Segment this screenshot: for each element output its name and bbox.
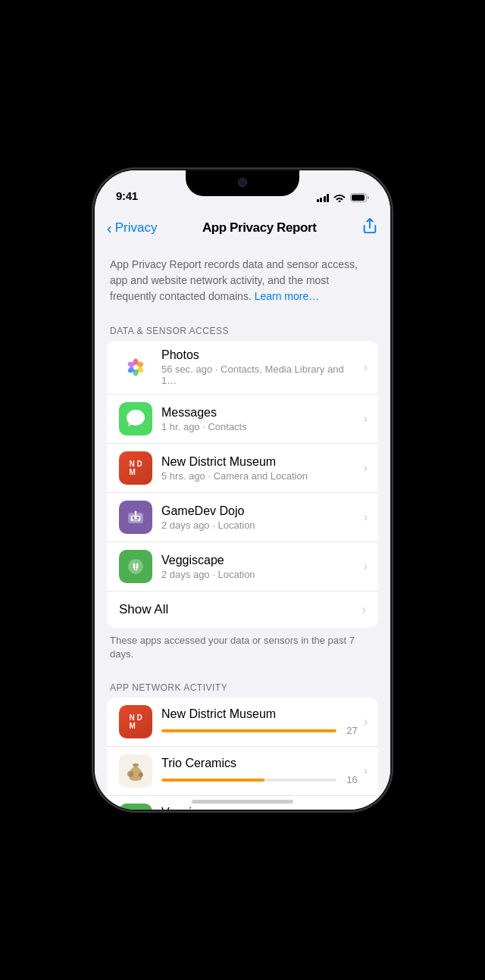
list-item[interactable]: Messages 1 hr. ago · Contacts ›	[107, 395, 378, 444]
svg-point-10	[133, 365, 139, 370]
chevron-right-icon: ›	[364, 461, 368, 475]
battery-icon	[350, 193, 369, 202]
wifi-icon	[333, 193, 346, 202]
messages-item-content: Messages 1 hr. ago · Contacts	[161, 406, 358, 432]
trio-network-content: Trio Ceramics 16	[161, 757, 358, 785]
trio-app-icon	[119, 754, 152, 788]
svg-point-23	[127, 771, 133, 777]
veggiscape-network-title: Veggiscape	[161, 806, 358, 810]
ndm-network-icon: N DM	[119, 705, 152, 738]
data-sensor-footer: These apps accessed your data or sensors…	[95, 628, 390, 676]
svg-point-18	[135, 511, 137, 513]
photos-item-title: Photos	[161, 348, 358, 362]
main-screen: ‹ Privacy App Privacy Report App Privacy…	[95, 208, 390, 810]
chevron-right-icon: ›	[364, 764, 368, 778]
ndm-bar-fill	[161, 729, 336, 732]
data-sensor-card: Photos 56 sec. ago · Contacts, Media Lib…	[107, 341, 378, 628]
svg-point-15	[137, 517, 139, 519]
veggiscape-network-icon	[119, 804, 152, 810]
chevron-right-icon: ›	[364, 560, 368, 573]
network-activity-header: APP NETWORK ACTIVITY	[95, 676, 390, 698]
network-activity-card: N DM New District Museum 27 ›	[107, 698, 378, 810]
veggiscape-item-content: Veggiscape 2 days ago · Location	[161, 554, 358, 580]
chevron-right-icon: ›	[364, 412, 368, 426]
messages-app-icon	[119, 402, 152, 435]
ndm-icon-text: N DM	[129, 713, 142, 730]
trio-bar-row: 16	[161, 774, 358, 785]
data-sensor-header: DATA & SENSOR ACCESS	[95, 320, 390, 341]
list-item[interactable]: Photos 56 sec. ago · Contacts, Media Lib…	[107, 341, 378, 395]
share-button[interactable]	[361, 217, 378, 239]
show-all-label: Show All	[119, 602, 168, 617]
back-button[interactable]: ‹ Privacy	[107, 220, 157, 236]
chevron-left-icon: ‹	[107, 220, 112, 236]
svg-point-14	[133, 517, 135, 519]
phone-frame: 9:41	[95, 170, 390, 810]
veggiscape-item-subtitle: 2 days ago · Location	[161, 569, 358, 580]
svg-point-24	[139, 772, 143, 777]
gamedev-app-icon	[119, 501, 152, 534]
show-all-button[interactable]: Show All ›	[107, 591, 378, 628]
learn-more-link[interactable]: Learn more…	[255, 290, 320, 302]
ndm-network-content: New District Museum 27	[161, 707, 358, 736]
description-text: App Privacy Report records data and sens…	[110, 258, 358, 302]
trio-bar-fill	[161, 779, 264, 782]
home-bar	[192, 800, 293, 804]
gamedev-item-subtitle: 2 days ago · Location	[161, 520, 358, 531]
notch	[186, 170, 299, 196]
photos-item-content: Photos 56 sec. ago · Contacts, Media Lib…	[161, 348, 358, 386]
chevron-right-icon: ›	[364, 715, 368, 729]
ndm-item-title: New District Museum	[161, 455, 358, 469]
camera-dot	[238, 178, 247, 187]
trio-bar-bg	[161, 779, 336, 782]
list-item[interactable]: Veggiscape 2 days ago · Location ›	[107, 542, 378, 591]
svg-point-22	[133, 763, 139, 766]
photos-app-icon	[119, 351, 152, 384]
trio-count: 16	[343, 774, 358, 785]
list-item[interactable]: N DM New District Museum 5 hrs. ago · Ca…	[107, 444, 378, 493]
ndm-count: 27	[343, 725, 358, 736]
messages-item-title: Messages	[161, 406, 358, 420]
gamedev-item-content: GameDev Dojo 2 days ago · Location	[161, 504, 358, 531]
list-item[interactable]: GameDev Dojo 2 days ago · Location ›	[107, 493, 378, 542]
gamedev-item-title: GameDev Dojo	[161, 504, 358, 518]
ndm-item-content: New District Museum 5 hrs. ago · Camera …	[161, 455, 358, 482]
chevron-right-icon: ›	[362, 603, 366, 616]
trio-network-title: Trio Ceramics	[161, 757, 358, 770]
messages-item-subtitle: 1 hr. ago · Contacts	[161, 421, 358, 432]
photos-item-subtitle: 56 sec. ago · Contacts, Media Library an…	[161, 364, 358, 386]
veggiscape-app-icon	[119, 550, 152, 583]
nav-header: ‹ Privacy App Privacy Report	[95, 208, 390, 245]
chevron-right-icon: ›	[364, 360, 368, 374]
description-section: App Privacy Report records data and sens…	[95, 245, 390, 320]
ndm-bar-bg	[161, 729, 336, 732]
svg-rect-1	[352, 195, 365, 201]
network-list-item[interactable]: N DM New District Museum 27 ›	[107, 698, 378, 747]
signal-bars-icon	[317, 193, 330, 202]
network-list-item[interactable]: Trio Ceramics 16 ›	[107, 747, 378, 796]
veggiscape-item-title: Veggiscape	[161, 554, 358, 567]
back-label: Privacy	[115, 220, 158, 236]
ndm-bar-row: 27	[161, 725, 358, 736]
ndm-network-title: New District Museum	[161, 707, 358, 721]
ndm-icon-text: N DM	[129, 460, 142, 476]
status-icons	[317, 193, 370, 202]
ndm-app-icon: N DM	[119, 451, 152, 485]
veggiscape-network-content: Veggiscape 15	[161, 806, 358, 810]
status-time: 9:41	[116, 189, 138, 202]
chevron-right-icon: ›	[364, 510, 368, 524]
svg-rect-16	[133, 520, 139, 520]
ndm-item-subtitle: 5 hrs. ago · Camera and Location	[161, 470, 358, 482]
page-title: App Privacy Report	[202, 220, 317, 236]
